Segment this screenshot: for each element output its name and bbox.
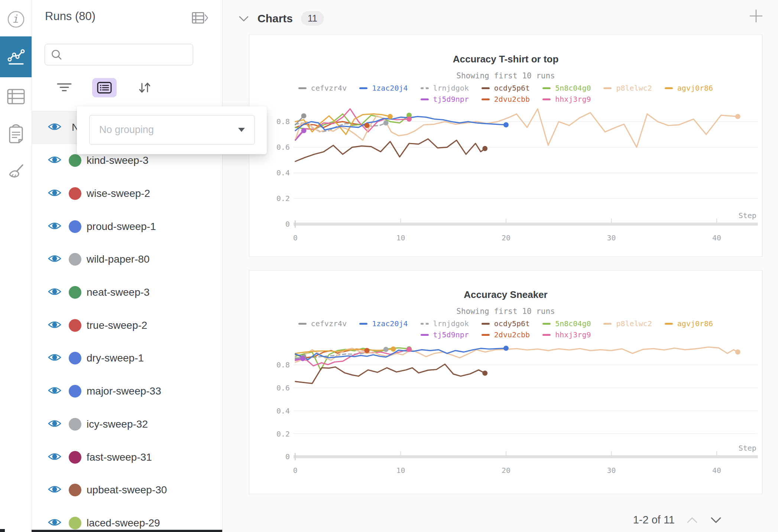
series-end-marker-tj5d9npr[interactable] [301,128,307,133]
charts-section-header[interactable]: Charts 11 [238,11,324,26]
line-chart-plot[interactable]: 0.80.60.40.20010203040Step [249,35,762,256]
broom-icon[interactable] [0,154,32,190]
legend-item-2dvu2cbb[interactable]: 2dvu2cbb [482,94,530,105]
run-color-dot[interactable] [69,253,81,266]
visibility-eye-icon[interactable] [48,188,61,199]
legend-item-p8lelwc2[interactable]: p8lelwc2 [603,82,652,94]
run-name[interactable]: upbeat-sweep-30 [87,484,167,496]
series-end-marker-cefvzr4v[interactable] [301,113,307,119]
visibility-eye-icon[interactable] [48,485,61,495]
run-list-item[interactable]: proud-sweep-1 [32,210,222,243]
run-name[interactable]: dry-sweep-1 [87,352,144,364]
legend-item-lrnjdgok[interactable]: lrnjdgok [421,82,469,94]
sort-runs-button[interactable] [132,78,157,97]
series-end-marker-agvj0r86[interactable] [391,347,396,352]
run-list-item[interactable]: major-sweep-33 [32,375,222,408]
expand-runs-table-button[interactable] [192,11,208,25]
table-icon[interactable] [0,79,32,114]
group-runs-button[interactable] [92,78,117,97]
run-list-item[interactable]: neat-sweep-3 [32,276,222,309]
legend-item-p8lelwc2[interactable]: p8lelwc2 [603,318,652,329]
chevron-down-icon[interactable] [710,516,722,524]
legend-item-tj5d9npr[interactable]: tj5d9npr [421,329,469,340]
run-color-dot[interactable] [69,517,81,529]
series-end-marker-hhxj3rg9[interactable] [406,347,412,352]
legend-item-ocdy5p6t[interactable]: ocdy5p6t [482,318,530,329]
visibility-eye-icon[interactable] [48,353,61,363]
run-name[interactable]: wise-sweep-2 [87,188,150,200]
run-list-item[interactable]: dry-sweep-1 [32,342,222,375]
run-color-dot[interactable] [69,154,81,167]
series-line-ocdy5p6t[interactable] [295,139,485,161]
series-end-marker-p8lelwc2[interactable] [735,350,740,355]
legend-item-cefvzr4v[interactable]: cefvzr4v [298,318,347,329]
add-panel-button[interactable] [748,8,764,25]
chevron-down-icon[interactable] [238,15,249,22]
legend-item-1zac20j4[interactable]: 1zac20j4 [359,82,408,94]
series-end-marker-lrnjdgok[interactable] [383,120,389,126]
series-end-marker-agvj0r86[interactable] [388,114,393,119]
run-color-dot[interactable] [69,286,81,299]
run-name[interactable]: neat-sweep-3 [87,286,150,298]
run-list-item[interactable]: upbeat-sweep-30 [32,474,222,507]
visibility-eye-icon[interactable] [48,221,61,232]
series-end-marker-lrnjdgok[interactable] [383,347,389,352]
legend-item-agvj0r86[interactable]: agvj0r86 [665,82,713,94]
series-end-marker-1zac20j4[interactable] [503,122,509,127]
clipboard-icon[interactable] [0,116,32,152]
run-search-input[interactable] [67,49,193,61]
legend-item-tj5d9npr[interactable]: tj5d9npr [421,94,469,105]
line-chart-icon[interactable] [0,36,32,77]
run-color-dot[interactable] [69,385,81,398]
series-end-marker-hhxj3rg9[interactable] [406,117,412,122]
visibility-eye-icon[interactable] [48,419,61,429]
chevron-up-icon[interactable] [686,516,698,524]
legend-item-ocdy5p6t[interactable]: ocdy5p6t [482,82,530,94]
legend-item-agvj0r86[interactable]: agvj0r86 [665,318,713,329]
line-chart-plot[interactable]: 0.80.60.40.20010203040Step [249,270,762,494]
run-color-dot[interactable] [69,319,81,332]
legend-item-5n8c04g0[interactable]: 5n8c04g0 [542,82,591,94]
run-color-dot[interactable] [69,451,81,464]
legend-item-1zac20j4[interactable]: 1zac20j4 [359,318,408,329]
run-color-dot[interactable] [69,418,81,431]
legend-item-lrnjdgok[interactable]: lrnjdgok [421,318,469,329]
run-color-dot[interactable] [69,484,81,496]
info-icon[interactable]: i [0,1,32,37]
grouping-select[interactable]: No grouping [89,115,255,145]
run-name[interactable]: kind-sweep-3 [87,155,149,166]
run-name[interactable]: icy-sweep-32 [87,418,148,430]
series-end-marker-p8lelwc2[interactable] [735,114,740,119]
toggle-all-visibility-eye-icon[interactable] [48,122,61,133]
run-name[interactable]: fast-sweep-31 [87,451,152,463]
run-list-item[interactable]: true-sweep-2 [32,309,222,342]
visibility-eye-icon[interactable] [48,287,61,298]
visibility-eye-icon[interactable] [48,518,61,528]
chart-panel-accuracy-tshirt[interactable]: 0.80.60.40.20010203040Step Accuracy T-sh… [249,35,762,257]
legend-item-cefvzr4v[interactable]: cefvzr4v [298,82,347,94]
run-name[interactable]: wild-paper-80 [87,253,150,265]
series-end-marker-1zac20j4[interactable] [503,346,509,351]
visibility-eye-icon[interactable] [48,452,61,463]
run-name[interactable]: proud-sweep-1 [87,221,156,233]
series-line-ocdy5p6t[interactable] [295,364,485,383]
visibility-eye-icon[interactable] [48,155,61,166]
visibility-eye-icon[interactable] [48,254,61,265]
series-end-marker-2dvu2cbb[interactable] [364,123,370,128]
legend-item-hhxj3rg9[interactable]: hhxj3rg9 [542,94,591,105]
series-end-marker-tj5d9npr[interactable] [300,356,305,361]
legend-item-5n8c04g0[interactable]: 5n8c04g0 [542,318,591,329]
run-list-item[interactable]: wise-sweep-2 [32,177,222,210]
legend-item-hhxj3rg9[interactable]: hhxj3rg9 [542,329,591,340]
visibility-eye-icon[interactable] [48,320,61,331]
run-color-dot[interactable] [69,187,81,200]
visibility-eye-icon[interactable] [48,386,61,396]
run-name[interactable]: major-sweep-33 [87,385,161,397]
run-name[interactable]: laced-sweep-29 [87,517,160,529]
run-list-item[interactable]: laced-sweep-29 [32,507,222,532]
chart-panel-accuracy-sneaker[interactable]: 0.80.60.40.20010203040Step Accuracy Snea… [249,270,762,494]
run-color-dot[interactable] [69,352,81,364]
filter-runs-button[interactable] [52,78,77,97]
run-list-item[interactable]: wild-paper-80 [32,243,222,276]
series-end-marker-ocdy5p6t[interactable] [482,370,487,376]
